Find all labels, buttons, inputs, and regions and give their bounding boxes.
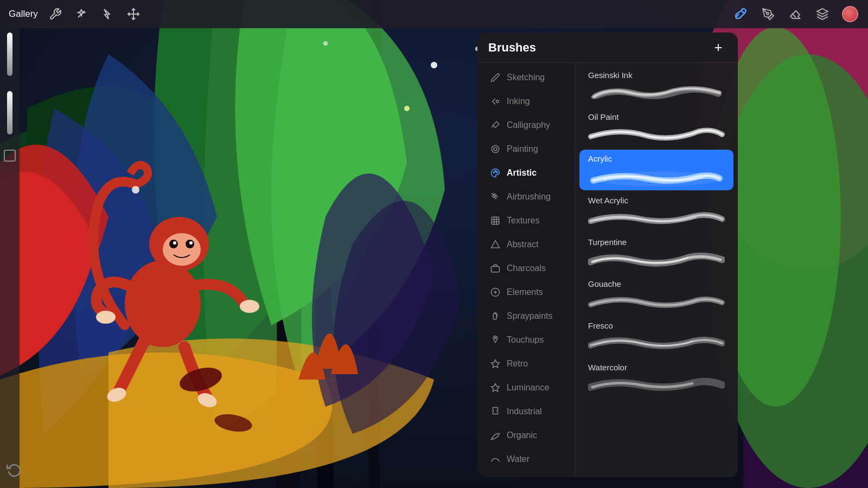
toolbar-left: Gallery bbox=[9, 5, 142, 23]
svg-point-13 bbox=[96, 311, 116, 324]
gallery-button[interactable]: Gallery bbox=[9, 9, 38, 20]
brush-stroke-turpentine bbox=[588, 250, 725, 269]
eraser-tool-icon[interactable] bbox=[787, 5, 804, 23]
category-label-sketching: Sketching bbox=[507, 73, 545, 82]
svg-point-34 bbox=[496, 172, 497, 173]
magic-icon[interactable] bbox=[73, 5, 90, 23]
category-label-airbrushing: Airbrushing bbox=[507, 192, 551, 202]
airbrushing-icon bbox=[489, 191, 501, 203]
toolbar-right bbox=[732, 5, 859, 23]
wrench-icon[interactable] bbox=[47, 5, 64, 23]
svg-point-21 bbox=[323, 41, 328, 46]
brush-stroke-watercolor bbox=[588, 375, 725, 395]
brushes-title: Brushes bbox=[488, 41, 710, 55]
category-item-industrial[interactable]: Industrial bbox=[481, 400, 571, 423]
brush-item-acrylic[interactable]: Acrylic bbox=[579, 150, 733, 190]
category-label-industrial: Industrial bbox=[507, 407, 542, 416]
svg-point-32 bbox=[493, 172, 494, 173]
category-item-inking[interactable]: Inking bbox=[481, 90, 571, 113]
brush-item-wet-acrylic[interactable]: Wet Acrylic bbox=[579, 191, 733, 232]
luminance-icon bbox=[489, 382, 501, 394]
category-label-touchups: Touchups bbox=[507, 335, 544, 345]
brush-item-gouache[interactable]: Gouache bbox=[579, 275, 733, 316]
sketching-icon bbox=[489, 72, 501, 84]
category-item-luminance[interactable]: Luminance bbox=[481, 376, 571, 399]
color-picker-icon[interactable] bbox=[841, 5, 859, 23]
organic-icon bbox=[489, 429, 501, 441]
category-label-elements: Elements bbox=[507, 287, 543, 297]
svg-point-11 bbox=[173, 241, 176, 245]
category-label-water: Water bbox=[507, 454, 529, 464]
svg-point-14 bbox=[240, 300, 259, 313]
retro-icon bbox=[489, 358, 501, 370]
svg-point-39 bbox=[495, 337, 496, 339]
brush-name-turpentine: Turpentine bbox=[588, 237, 725, 247]
category-label-luminance: Luminance bbox=[507, 383, 549, 393]
sidebar-square-tool[interactable] bbox=[4, 150, 16, 162]
category-list: Sketching Inking Calligraphy bbox=[477, 33, 575, 477]
category-label-charcoals: Charcoals bbox=[507, 264, 546, 273]
brush-item-oil-paint[interactable]: Oil Paint bbox=[579, 108, 733, 149]
svg-point-17 bbox=[431, 62, 437, 68]
category-item-charcoals[interactable]: Charcoals bbox=[481, 257, 571, 280]
brush-name-wet-acrylic: Wet Acrylic bbox=[588, 196, 725, 205]
calligraphy-icon bbox=[489, 119, 501, 131]
brush-list: Gesinski Ink Oil Paint Acr bbox=[575, 33, 738, 477]
transform-icon[interactable] bbox=[125, 5, 142, 23]
brush-name-watercolor: Watercolor bbox=[588, 363, 725, 372]
sidebar-opacity-slider[interactable] bbox=[7, 33, 12, 76]
svg-rect-38 bbox=[493, 314, 496, 320]
inking-icon bbox=[489, 95, 501, 107]
category-label-abstract: Abstract bbox=[507, 240, 539, 249]
sidebar-brush-size-slider[interactable] bbox=[7, 91, 12, 134]
category-item-water[interactable]: Water bbox=[481, 448, 571, 471]
brush-tool-icon[interactable] bbox=[732, 5, 750, 23]
brush-item-watercolor[interactable]: Watercolor bbox=[579, 358, 733, 399]
brush-item-turpentine[interactable]: Turpentine bbox=[579, 233, 733, 274]
category-item-organic[interactable]: Organic bbox=[481, 424, 571, 447]
category-item-painting[interactable]: Painting bbox=[481, 138, 571, 160]
category-label-retro: Retro bbox=[507, 359, 528, 369]
brush-stroke-gouache bbox=[588, 292, 725, 311]
brushes-panel: Brushes + Sketching Inking bbox=[477, 33, 738, 477]
svg-point-31 bbox=[492, 145, 499, 153]
textures-icon bbox=[489, 215, 501, 227]
category-item-spraypaints[interactable]: Spraypaints bbox=[481, 305, 571, 328]
left-sidebar bbox=[0, 28, 20, 488]
selection-icon[interactable] bbox=[99, 5, 116, 23]
category-item-artistic[interactable]: Artistic bbox=[481, 162, 571, 184]
brushes-header: Brushes + bbox=[477, 33, 738, 63]
category-item-airbrushing[interactable]: Airbrushing bbox=[481, 185, 571, 208]
svg-point-19 bbox=[404, 106, 410, 111]
add-brush-button[interactable]: + bbox=[710, 39, 727, 56]
brush-name-acrylic: Acrylic bbox=[588, 154, 725, 163]
svg-point-27 bbox=[767, 12, 769, 15]
category-item-calligraphy[interactable]: Calligraphy bbox=[481, 114, 571, 137]
industrial-icon bbox=[489, 406, 501, 418]
brush-stroke-wet-acrylic bbox=[588, 208, 725, 228]
water-icon bbox=[489, 453, 501, 465]
svg-marker-36 bbox=[492, 241, 500, 248]
svg-marker-28 bbox=[817, 9, 828, 14]
layers-icon[interactable] bbox=[814, 5, 831, 23]
category-item-abstract[interactable]: Abstract bbox=[481, 233, 571, 256]
category-item-sketching[interactable]: Sketching bbox=[481, 66, 571, 89]
category-label-spraypaints: Spraypaints bbox=[507, 311, 553, 321]
category-item-elements[interactable]: Elements bbox=[481, 281, 571, 304]
artistic-icon bbox=[489, 167, 501, 179]
brush-item-fresco[interactable]: Fresco bbox=[579, 317, 733, 357]
charcoals-icon bbox=[489, 262, 501, 274]
painting-icon bbox=[489, 143, 501, 155]
category-item-textures[interactable]: Textures bbox=[481, 209, 571, 232]
undo-button[interactable] bbox=[4, 460, 24, 479]
category-label-calligraphy: Calligraphy bbox=[507, 120, 550, 130]
category-label-painting: Painting bbox=[507, 144, 538, 154]
brush-name-oil-paint: Oil Paint bbox=[588, 112, 725, 121]
toolbar: Gallery bbox=[0, 0, 868, 28]
category-item-retro[interactable]: Retro bbox=[481, 352, 571, 375]
category-label-artistic: Artistic bbox=[507, 168, 537, 178]
smudge-tool-icon[interactable] bbox=[760, 5, 777, 23]
category-item-touchups[interactable]: Touchups bbox=[481, 329, 571, 351]
brush-item-gesinski-ink[interactable]: Gesinski Ink bbox=[579, 66, 733, 107]
svg-point-30 bbox=[494, 147, 497, 151]
